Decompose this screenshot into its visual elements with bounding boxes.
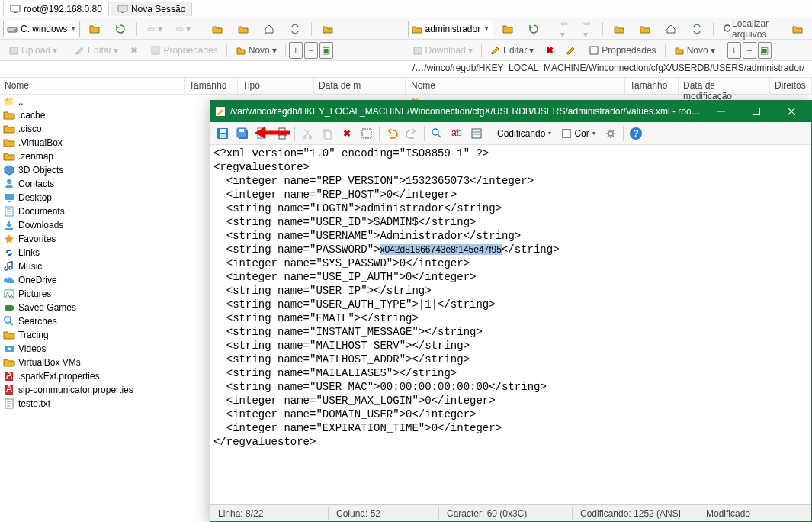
edit-button-r[interactable]: Editar ▾ [485,42,539,59]
check-button-r[interactable]: ▣ [758,42,772,59]
svg-rect-37 [279,128,285,132]
bookmark-button[interactable] [316,21,339,37]
help-icon[interactable]: ? [627,124,645,143]
col-name[interactable]: Nome [0,78,185,94]
gear-icon[interactable] [602,124,620,143]
copy-icon[interactable] [318,124,336,143]
nav-fwd-button[interactable]: ⇨ ▾ [171,21,196,37]
session-tab-active[interactable]: root@192.168.0.80 [3,2,109,16]
save-all-button[interactable] [233,124,252,143]
svg-rect-43 [362,129,371,138]
editor-titlebar[interactable]: /var/winco/regdb/HKEY_LOCAL_MACHINE/Winc… [210,101,811,122]
replace-icon[interactable]: ab [448,124,466,143]
svg-rect-8 [152,47,159,54]
svg-rect-31 [220,134,226,138]
print-button[interactable] [273,124,291,143]
download-label: Download [425,45,466,56]
col-date-r[interactable]: Data de modificação [679,78,770,94]
undo-button[interactable] [383,124,401,143]
svg-rect-0 [11,5,20,11]
find-icon[interactable] [428,124,446,143]
find-files-button[interactable]: Localizar arquivos [717,21,783,37]
drive-icon [7,24,18,34]
new-button-r[interactable]: Novo ▾ [669,42,721,59]
new-session-tab[interactable]: Nova Sessão [111,2,192,16]
col-name-r[interactable]: Nome [406,78,625,94]
props-button-r[interactable]: Propriedades [583,42,661,59]
session-tabs: root@192.168.0.80 Nova Sessão [0,0,812,18]
left-drive-combo[interactable]: C: windows ▼ [3,21,80,37]
bookmark-button-r[interactable] [786,21,809,37]
plus-button-r[interactable]: + [727,42,741,59]
svg-text:A: A [6,384,12,395]
svg-rect-47 [472,129,481,138]
right-drive-combo[interactable]: administrador ▼ [408,21,494,37]
props-label-r: Propriedades [602,45,656,56]
col-size-r[interactable]: Tamanho [625,78,679,94]
delete-button-r[interactable]: ✖ [541,42,559,59]
open-folder-button-r[interactable] [496,21,519,37]
svg-rect-12 [5,194,14,200]
cut-icon[interactable] [298,124,316,143]
color-dropdown[interactable]: Cor ▾ [557,127,599,140]
path-bar: /…/winco/regdb/HKEY_LOCAL_MACHINE/Wincon… [0,61,812,78]
open-folder-button[interactable] [83,21,106,37]
redo-button[interactable] [403,124,421,143]
editor-textarea[interactable]: <?xml version="1.0" encoding="ISO8859-1"… [210,145,811,504]
svg-point-11 [7,179,11,184]
left-path[interactable] [0,61,406,77]
left-drive-label: C: windows [21,24,67,34]
sync-button-r[interactable] [685,21,708,37]
address-bar: C: windows ▼ ⇦ ▾ ⇨ ▾ administrador ▼ ⇦ ▾… [0,18,812,40]
nav-back-button[interactable]: ⇦ ▾ [142,21,167,37]
refresh-button[interactable] [109,21,132,37]
maximize-button[interactable] [741,101,772,122]
home-button-r[interactable] [660,21,682,37]
svg-rect-2 [118,5,127,11]
svg-point-5 [14,29,16,31]
nav-back-button-r[interactable]: ⇦ ▾ [555,21,575,37]
svg-point-44 [432,129,438,135]
reload-button[interactable] [253,124,271,143]
delete-button-l[interactable]: ✖ [125,42,143,59]
col-rights-r[interactable]: Direitos [770,78,812,94]
minimize-button[interactable] [706,101,737,122]
root-dir-button-r[interactable] [634,21,656,37]
save-button[interactable] [213,124,232,143]
svg-text:?: ? [633,128,638,139]
status-encoding: Codificando: 1252 (ANSI - [573,507,698,520]
col-size[interactable]: Tamanho [185,78,238,94]
parent-dir-button[interactable] [206,21,229,37]
download-button[interactable]: Download ▾ [407,42,478,59]
goto-icon[interactable] [467,124,486,143]
paste-icon[interactable]: ✖ [338,124,356,143]
encoding-label: Codificando [497,128,545,139]
select-all-icon[interactable] [358,124,376,143]
props-button-l[interactable]: Propriedades [145,42,223,59]
new-button-l[interactable]: Novo ▾ [230,42,282,59]
plus-button-l[interactable]: + [289,42,303,59]
close-button[interactable] [776,101,807,122]
check-button-l[interactable]: ▣ [319,42,333,59]
minus-button-l[interactable]: − [304,42,318,59]
encoding-dropdown[interactable]: Codificando ▾ [493,127,556,140]
nav-fwd-button-r[interactable]: ⇨ ▾ [578,21,598,37]
minus-button-r[interactable]: − [743,42,756,59]
editor-toolbar: ✖ ab Codificando ▾ Cor ▾ ? [210,122,811,145]
home-button[interactable] [258,21,281,37]
rename-button-r[interactable] [560,42,582,59]
upload-button[interactable]: Upload ▾ [3,42,63,59]
col-type[interactable]: Tipo [238,78,314,94]
root-dir-button[interactable] [232,21,255,37]
color-checkbox[interactable] [562,129,571,138]
svg-text:a: a [451,127,457,138]
edit-button-l[interactable]: Editar ▾ [69,42,124,59]
refresh-button-r[interactable] [522,21,545,37]
right-path[interactable]: /…/winco/regdb/HKEY_LOCAL_MACHINE/Wincon… [406,61,812,77]
svg-text:b: b [457,127,462,138]
col-date[interactable]: Data de m [314,78,406,94]
svg-point-6 [724,25,730,31]
status-char: Caracter: 60 (0x3C) [439,507,573,520]
sync-button[interactable] [284,21,307,37]
parent-dir-button-r[interactable] [608,21,631,37]
